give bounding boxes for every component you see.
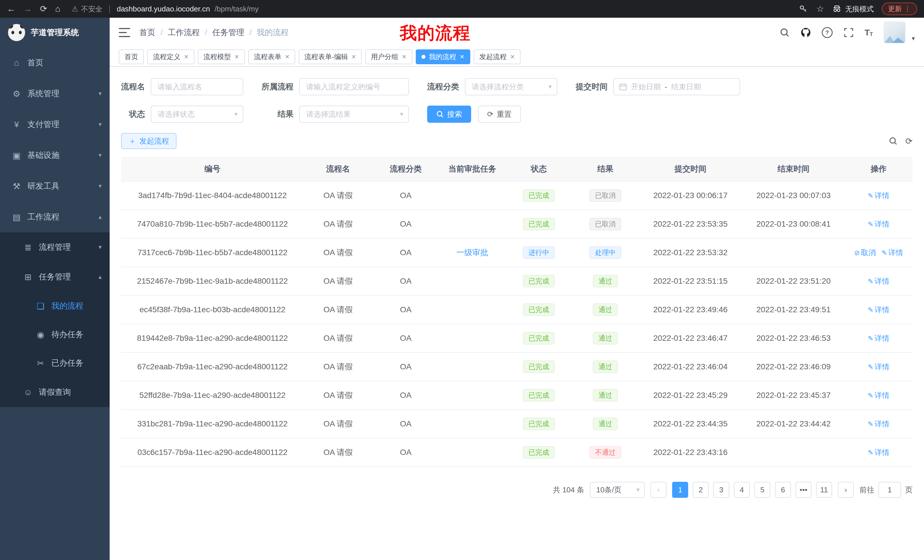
page-button-2[interactable]: 2	[693, 482, 709, 498]
breadcrumb-task[interactable]: 任务管理	[213, 27, 244, 38]
page-button-4[interactable]: 4	[734, 482, 750, 498]
reset-button[interactable]: ⟳ 重置	[478, 106, 521, 123]
font-size-icon[interactable]: TT	[865, 28, 873, 37]
detail-action-link[interactable]: ✎详情	[868, 277, 890, 285]
detail-action-link[interactable]: ✎详情	[868, 448, 890, 457]
sidebar-item-工作流程[interactable]: ▤工作流程▴	[0, 202, 110, 232]
breadcrumb-home[interactable]: 首页	[140, 27, 155, 38]
refresh-table-icon[interactable]: ⟳	[906, 136, 913, 146]
fullscreen-icon[interactable]	[843, 27, 854, 38]
avatar-caret-icon[interactable]: ▾	[912, 35, 915, 43]
detail-action-link[interactable]: ✎详情	[868, 391, 890, 400]
tab-流程表单-编辑[interactable]: 流程表单-编辑✕	[298, 49, 362, 64]
close-icon[interactable]: ✕	[510, 53, 515, 60]
update-button[interactable]: 更新 ⋮	[882, 3, 917, 15]
close-icon[interactable]: ✕	[460, 53, 465, 60]
back-icon[interactable]: ←	[7, 4, 15, 13]
sidebar-item-系统管理[interactable]: ⚙系统管理▾	[0, 78, 110, 109]
detail-action-link[interactable]: ✎详情	[868, 305, 890, 314]
row-category: OA	[372, 352, 439, 381]
detail-action-link[interactable]: ✎详情	[868, 220, 890, 228]
row-category: OA	[372, 438, 439, 467]
date-range-picker[interactable]: 开始日期 - 结束日期	[614, 78, 740, 95]
cancel-action-link[interactable]: ⊘取消	[854, 248, 876, 257]
security-status[interactable]: ⚠ 不安全	[72, 4, 102, 14]
sidebar-item-任务管理[interactable]: ⊞任务管理▴	[0, 262, 110, 292]
home-icon: ⌂	[11, 58, 22, 67]
tab-流程定义[interactable]: 流程定义✕	[147, 49, 195, 64]
tab-我的流程[interactable]: 我的流程✕	[416, 49, 470, 64]
github-icon[interactable]	[801, 27, 811, 38]
sidebar-item-label: 研发工具	[27, 181, 59, 192]
prev-page-button[interactable]: ‹	[651, 482, 666, 498]
breadcrumb-workflow[interactable]: 工作流程	[168, 27, 200, 38]
tab-流程模型[interactable]: 流程模型✕	[198, 49, 245, 64]
status-badge: 已完成	[523, 418, 555, 430]
sidebar-item-基础设施[interactable]: ▣基础设施▾	[0, 140, 110, 171]
current-task-link[interactable]: 一级审批	[456, 248, 488, 257]
search-icon[interactable]	[780, 27, 790, 38]
detail-action-link[interactable]: ✎详情	[868, 362, 890, 371]
page-button-5[interactable]: 5	[754, 482, 770, 498]
row-actions: ✎详情	[844, 324, 913, 352]
sidebar-item-流程管理[interactable]: ≣流程管理▾	[0, 232, 110, 262]
incognito-label: 无痕模式	[845, 4, 874, 14]
app-logo[interactable]: 芋道管理系统	[0, 18, 110, 47]
sidebar-item-请假查询[interactable]: ☺请假查询	[0, 377, 110, 407]
sidebar-item-label: 我的流程	[51, 301, 83, 311]
process-name-input[interactable]	[151, 78, 243, 95]
page-ellipsis[interactable]: •••	[795, 482, 812, 498]
search-button[interactable]: 搜索	[427, 106, 471, 123]
detail-action-link[interactable]: ✎详情	[868, 419, 890, 428]
result-select[interactable]: 请选择流结果 ▾	[299, 106, 409, 123]
category-select[interactable]: 请选择流程分类 ▾	[465, 78, 557, 95]
tab-首页[interactable]: 首页	[119, 49, 144, 64]
help-icon[interactable]: ?	[822, 27, 832, 38]
tab-用户分组[interactable]: 用户分组✕	[365, 49, 412, 64]
status-select[interactable]: 请选择状态 ▾	[151, 106, 243, 123]
create-process-button[interactable]: ＋ 发起流程	[121, 133, 177, 149]
next-page-button[interactable]: ›	[838, 482, 854, 498]
close-icon[interactable]: ✕	[351, 53, 356, 60]
detail-action-link[interactable]: ✎详情	[882, 248, 903, 257]
row-process-name: OA 请假	[304, 352, 372, 381]
reload-icon[interactable]: ⟳	[40, 4, 47, 13]
row-end-time: 2022-01-22 23:51:20	[742, 267, 844, 295]
header-bar: 首页 / 工作流程 / 任务管理 / 我的流程 ?	[110, 18, 924, 47]
chevron-down-icon: ▾	[99, 90, 102, 97]
page-button-6[interactable]: 6	[775, 482, 791, 498]
close-icon[interactable]: ✕	[234, 53, 239, 60]
detail-action-link[interactable]: ✎详情	[868, 334, 890, 343]
key-icon[interactable]	[798, 4, 808, 14]
bookmark-star-icon[interactable]: ☆	[816, 4, 824, 13]
tab-流程表单[interactable]: 流程表单✕	[248, 49, 296, 64]
collapse-menu-icon[interactable]	[119, 28, 130, 37]
row-category: OA	[372, 410, 439, 438]
sidebar-item-首页[interactable]: ⌂首页	[0, 47, 110, 78]
user-avatar[interactable]	[884, 22, 906, 43]
page-button-11[interactable]: 11	[816, 482, 832, 498]
incognito-badge[interactable]: 无痕模式	[832, 4, 874, 14]
forward-icon[interactable]: →	[23, 4, 32, 13]
result-badge: 已取消	[590, 218, 621, 231]
tab-发起流程[interactable]: 发起流程✕	[474, 49, 521, 64]
page-button-3[interactable]: 3	[713, 482, 729, 498]
close-icon[interactable]: ✕	[402, 53, 406, 60]
sidebar-item-待办任务[interactable]: ◉待办任务	[0, 320, 110, 349]
sidebar-item-支付管理[interactable]: ¥支付管理▾	[0, 109, 110, 140]
sidebar-item-我的流程[interactable]: ❏我的流程	[0, 292, 110, 320]
detail-action-link[interactable]: ✎详情	[868, 191, 890, 200]
sidebar-item-已办任务[interactable]: ✂已办任务	[0, 349, 110, 377]
page-size-select[interactable]: 10条/页 ▾	[590, 482, 645, 498]
page-button-1[interactable]: 1	[672, 482, 688, 498]
status-badge: 已完成	[523, 389, 555, 401]
process-def-input[interactable]	[299, 78, 409, 95]
close-icon[interactable]: ✕	[184, 53, 189, 60]
goto-page-input[interactable]	[878, 482, 901, 498]
toggle-search-icon[interactable]	[889, 137, 897, 145]
home-nav-icon[interactable]: ⌂	[55, 4, 60, 13]
sidebar-item-研发工具[interactable]: ⚒研发工具▾	[0, 171, 110, 202]
close-icon[interactable]: ✕	[285, 53, 290, 60]
address-bar[interactable]: ⚠ 不安全 dashboard.yudao.iocoder.cn/bpm/tas…	[72, 4, 790, 14]
active-dot-icon	[422, 55, 426, 59]
